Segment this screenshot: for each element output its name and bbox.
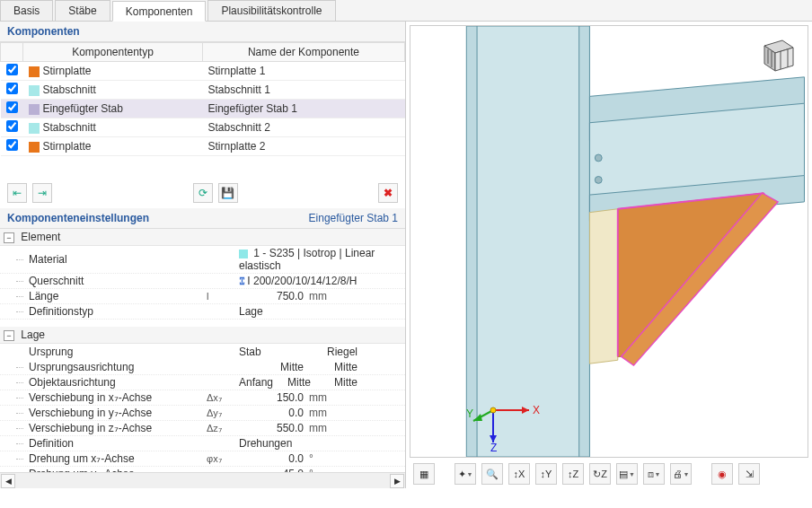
tab-basis[interactable]: Basis	[0, 0, 53, 21]
force-y-button[interactable]: ↕Y	[535, 463, 557, 485]
settings-title: Komponenteneinstellungen	[7, 212, 149, 224]
moment-z-button[interactable]: ↻Z	[589, 463, 611, 485]
layers-button[interactable]: ▤▼	[616, 463, 638, 485]
view-button[interactable]: ✦▼	[455, 463, 476, 485]
move-out-button[interactable]: ⇲	[738, 463, 760, 485]
row-dz7[interactable]: Verschiebung in z₇-Achse Δz₇ 550.0 mm	[0, 421, 405, 436]
scroll-right-icon[interactable]: ▶	[390, 474, 404, 488]
force-z-button[interactable]: ↕Z	[562, 463, 584, 485]
selection-icon: ▦	[419, 469, 428, 480]
chevron-down-icon: ▼	[655, 471, 661, 477]
chevron-down-icon: ▼	[629, 471, 635, 477]
row-dy7[interactable]: Verschiebung in y₇-Achse Δy₇ 0.0 mm	[0, 406, 405, 421]
collapse-icon[interactable]: −	[4, 330, 14, 341]
row-checkbox[interactable]	[6, 64, 18, 75]
querschnitt-value: I 200/200/10/14/12/8/H	[247, 275, 357, 287]
row-ursprungsausrichtung[interactable]: Ursprungsausrichtung Mitte Mitte	[0, 360, 405, 375]
material-color-swatch	[239, 250, 248, 258]
color-swatch	[29, 104, 40, 115]
row-definition[interactable]: Definition Drehungen	[0, 436, 405, 451]
horizontal-scrollbar[interactable]: ◀ ▶	[0, 472, 405, 488]
save-icon: 💾	[221, 187, 234, 199]
group-element[interactable]: − Element	[0, 229, 405, 246]
deftype-value: Lage	[239, 305, 405, 318]
collapse-icon[interactable]: −	[4, 232, 14, 243]
svg-text:X: X	[533, 404, 540, 416]
move-left-icon: ⇤	[13, 187, 22, 199]
3d-viewport[interactable]: X Y Z	[410, 25, 808, 458]
tab-bar: Basis Stäbe Komponenten Plausibilitätsko…	[0, 0, 812, 22]
print-button[interactable]: 🖨▼	[670, 463, 692, 485]
move-right-icon: ⇥	[38, 187, 47, 199]
print-icon: 🖨	[673, 469, 683, 479]
table-row[interactable]: StirnplatteStirnplatte 2	[1, 137, 405, 156]
svg-text:Z: Z	[490, 442, 497, 451]
components-table: Komponententyp Name der Komponente Stirn…	[0, 42, 405, 156]
table-row[interactable]: Eingefügter StabEingefügter Stab 1	[1, 100, 405, 118]
row-material[interactable]: Material 1 - S235 | Isotrop | Linear ela…	[0, 246, 405, 274]
component-type: Stabschnitt	[43, 121, 96, 134]
component-type: Eingefügter Stab	[43, 102, 123, 115]
components-section-header: Komponenten	[0, 22, 405, 42]
view-icon: ✦	[458, 469, 466, 480]
tab-plausibilitaet[interactable]: Plausibilitätskontrolle	[207, 0, 335, 21]
svg-point-6	[595, 177, 602, 184]
moment-z-icon: ↻Z	[593, 469, 607, 480]
axis-triad: X Y Z	[466, 383, 538, 446]
component-name: Stabschnitt 1	[208, 83, 270, 96]
render-button[interactable]: ◉	[711, 463, 733, 485]
col-type[interactable]: Komponententyp	[23, 43, 203, 62]
right-panel: X Y Z ▦ ✦▼ 🔍 ↕X ↕Y ↕Z ↻Z ▤▼ ⧈▼	[406, 22, 812, 488]
row-dx7[interactable]: Verschiebung in x₇-Achse Δx₇ 150.0 mm	[0, 390, 405, 406]
col-check	[1, 43, 23, 62]
row-checkbox[interactable]	[6, 120, 18, 132]
box-icon: ⧈	[648, 469, 654, 480]
table-row[interactable]: StabschnittStabschnitt 1	[1, 81, 405, 100]
refresh-button[interactable]: ⟳	[193, 183, 213, 203]
component-type: Stirnplatte	[43, 65, 92, 77]
col-name[interactable]: Name der Komponente	[203, 43, 405, 62]
row-objektausrichtung[interactable]: Objektausrichtung Anfang Mitte Mitte	[0, 375, 405, 390]
move-left-button[interactable]: ⇤	[7, 183, 27, 203]
force-x-button[interactable]: ↕X	[508, 463, 530, 485]
selection-mode-button[interactable]: ▦	[413, 463, 435, 485]
box-button[interactable]: ⧈▼	[643, 463, 665, 485]
color-swatch	[29, 85, 40, 96]
row-checkbox[interactable]	[6, 83, 18, 94]
svg-text:Y: Y	[466, 407, 473, 420]
force-y-icon: ↕Y	[541, 469, 552, 479]
svg-point-5	[595, 154, 602, 162]
tab-komponenten[interactable]: Komponenten	[112, 1, 207, 22]
layers-icon: ▤	[619, 469, 628, 480]
row-checkbox[interactable]	[6, 101, 18, 113]
delete-icon: ✖	[384, 187, 393, 199]
chevron-down-icon: ▼	[684, 471, 690, 477]
save-button[interactable]: 💾	[218, 183, 238, 203]
tab-staebe[interactable]: Stäbe	[55, 0, 110, 21]
table-row[interactable]: StirnplatteStirnplatte 1	[1, 62, 405, 81]
force-z-icon: ↕Z	[568, 469, 578, 479]
group-lage-label: Lage	[21, 328, 45, 341]
row-laenge[interactable]: Länge l 750.0 mm	[0, 289, 405, 304]
group-lage[interactable]: − Lage	[0, 327, 405, 344]
lage-column-headers: Ursprung Stab Riegel	[0, 344, 405, 360]
svg-point-28	[490, 407, 496, 413]
row-rx7[interactable]: Drehung um x₇-Achse φx₇ 0.0 °	[0, 451, 405, 467]
left-panel: Komponenten Komponententyp Name der Komp…	[0, 22, 406, 488]
table-row[interactable]: StabschnittStabschnitt 2	[1, 118, 405, 137]
settings-tree[interactable]: − Element Material 1 - S235 | Isotrop | …	[0, 229, 405, 472]
row-deftype[interactable]: Definitionstyp Lage	[0, 304, 405, 320]
scroll-left-icon[interactable]: ◀	[1, 474, 15, 488]
component-type: Stabschnitt	[43, 83, 96, 96]
move-right-button[interactable]: ⇥	[32, 183, 52, 203]
view-cube[interactable]	[755, 33, 797, 74]
zoom-icon: 🔍	[486, 469, 499, 480]
delete-button[interactable]: ✖	[378, 183, 398, 203]
zoom-button[interactable]: 🔍	[481, 463, 503, 485]
refresh-icon: ⟳	[199, 187, 207, 199]
settings-subject: Eingefügter Stab 1	[309, 212, 398, 224]
row-querschnitt[interactable]: Querschnitt Ɪ I 200/200/10/14/12/8/H	[0, 274, 405, 289]
row-checkbox[interactable]	[6, 139, 18, 151]
chevron-down-icon: ▼	[467, 471, 473, 477]
component-type: Stirnplatte	[43, 140, 92, 153]
